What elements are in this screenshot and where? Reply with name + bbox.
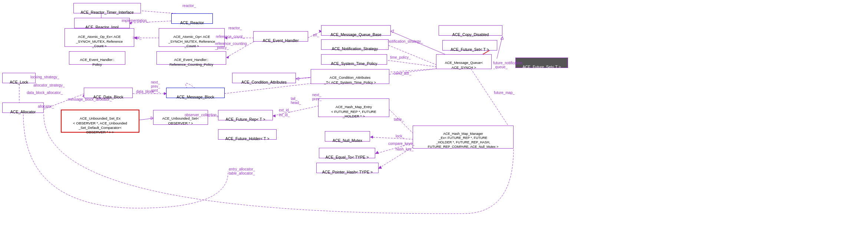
svg-marker-34 bbox=[378, 166, 382, 169]
label-reference-counting-policy: reference_counting_policy_ bbox=[215, 42, 247, 50]
label-eh: eh_ bbox=[313, 33, 319, 37]
label-int-id: int_id_ bbox=[279, 113, 290, 117]
svg-marker-27 bbox=[273, 114, 275, 117]
label-allocator-strategy: allocator_strategy_ bbox=[33, 83, 65, 87]
node-ace-reactor-timer-interface: ACE_Reactor_Timer_Interface bbox=[73, 3, 141, 13]
label-next-prev: next_prev_ bbox=[312, 93, 321, 101]
label-reactor-top: reactor_ bbox=[182, 4, 196, 8]
node-ace-notification-strategy: ACE_Notification_Strategy bbox=[321, 39, 389, 50]
node-ace-equal-to: ACE_Equal_To< TYPE > bbox=[319, 148, 375, 158]
label-entry-allocator: entry_allocator_table_allocator_ bbox=[229, 167, 255, 175]
label-notification-strategy: notification_strategy_ bbox=[388, 39, 423, 43]
node-ace-atomic-op-ex: ACE_Atomic_Op_Ex< ACE_SYNCH_MUTEX, Refer… bbox=[65, 28, 134, 47]
label-ext-id: ext_id_ bbox=[279, 108, 291, 112]
svg-line-28 bbox=[389, 110, 413, 134]
node-ace-null-mutex: ACE_Null_Mutex bbox=[325, 131, 370, 142]
svg-marker-10 bbox=[226, 56, 229, 59]
label-message-block-allocator: message_block_allocator_ bbox=[68, 97, 112, 101]
node-ace-message-queue-synch: ACE_Message_Queue<ACE_SYNCH > bbox=[436, 54, 492, 69]
label-table: table_ bbox=[394, 117, 404, 121]
node-ace-unbounded-set: ACE_Unbounded_Set<OBSERVER * > bbox=[153, 110, 208, 125]
svg-line-44 bbox=[471, 69, 514, 134]
node-ace-hash-map-entry: ACE_Hash_Map_Entry< FUTURE_REP *, FUTURE… bbox=[318, 98, 389, 117]
label-allocator: allocator_ bbox=[38, 104, 54, 108]
label-hash-key: hash_key_ bbox=[396, 147, 413, 151]
node-ace-event-handler: ACE_Event_Handler bbox=[253, 31, 308, 42]
node-ace-future-set: ACE_Future_Set< T > bbox=[515, 58, 568, 68]
label-reference-count: reference_count_ bbox=[216, 35, 245, 39]
node-ace-future-rep: ACE_Future_Rep< T > bbox=[218, 110, 273, 120]
node-ace-data-block: ACE_Data_Block bbox=[84, 88, 133, 98]
node-ace-message-queue-base: ACE_Message_Queue_Base bbox=[321, 25, 391, 36]
label-tail-head: tail_head_ bbox=[291, 97, 301, 105]
svg-marker-14 bbox=[390, 30, 394, 33]
diagram-container: ACE_Reactor_Timer_Interface ACE_Reactor_… bbox=[0, 0, 868, 250]
label-reactor-middle: reactor_ bbox=[228, 26, 242, 30]
node-ace-message-block: ACE_Message_Block bbox=[166, 88, 225, 98]
svg-marker-19 bbox=[296, 77, 299, 80]
svg-line-39 bbox=[497, 36, 502, 59]
label-future-map: future_map_ bbox=[494, 91, 515, 95]
label-observer-collection: observer_collection_ bbox=[185, 113, 219, 117]
label-locking-strategy: locking_strategy_ bbox=[30, 75, 59, 79]
svg-line-16 bbox=[387, 60, 437, 67]
node-ace-future-holder: ACE_Future_Holder< T > bbox=[218, 129, 277, 140]
svg-marker-40 bbox=[501, 36, 504, 39]
label-impl: impl_ bbox=[133, 36, 142, 40]
label-time-policy: time_policy_ bbox=[390, 55, 411, 59]
label-future-notification-queue: future_notification_queue_ bbox=[493, 61, 522, 69]
label-next-prev-cont: next_prev_cont_ bbox=[151, 80, 160, 92]
node-ace-event-handler-policy: ACE_Event_Handler::Policy bbox=[69, 51, 125, 65]
label-implementation: implementation_ bbox=[122, 19, 149, 23]
label-cond-attr: cond_attr_ bbox=[394, 71, 411, 75]
svg-line-29 bbox=[370, 137, 413, 139]
label-compare-keys: compare_keys_ bbox=[388, 142, 415, 146]
label-data-block-allocator: data_block_allocator_ bbox=[27, 91, 63, 95]
node-ace-reactor: ACE_Reactor bbox=[171, 13, 213, 24]
node-ace-event-handler-ref: ACE_Event_Handler::Reference_Counting_Po… bbox=[156, 51, 226, 65]
node-ace-system-time-policy: ACE_System_Time_Policy bbox=[321, 54, 387, 65]
node-ace-hash-map-manager-ex: ACE_Hash_Map_Manager_Ex< FUTURE_REP *, F… bbox=[413, 126, 514, 149]
svg-line-18 bbox=[296, 77, 311, 79]
node-ace-future-observer: ACE_Copy_Disabled bbox=[439, 25, 502, 36]
node-ace-pointer-hash: ACE_Pointer_Hash< TYPE > bbox=[316, 163, 379, 173]
svg-marker-32 bbox=[375, 151, 379, 154]
label-lock: lock_ bbox=[396, 134, 404, 138]
svg-marker-30 bbox=[370, 136, 373, 139]
node-ace-condition-attributes: ACE_Condition_Attributes bbox=[232, 73, 296, 83]
node-ace-copy-disabled: ACE_Future_Set< T > bbox=[442, 40, 497, 51]
svg-line-35 bbox=[139, 118, 154, 120]
node-ace-condition-attributes-t: ACE_Condition_Attributes_T< ACE_System_T… bbox=[311, 69, 389, 84]
node-ace-unbounded-set-ex: ACE_Unbounded_Set_Ex< OBSERVER *, ACE_Un… bbox=[61, 110, 139, 133]
